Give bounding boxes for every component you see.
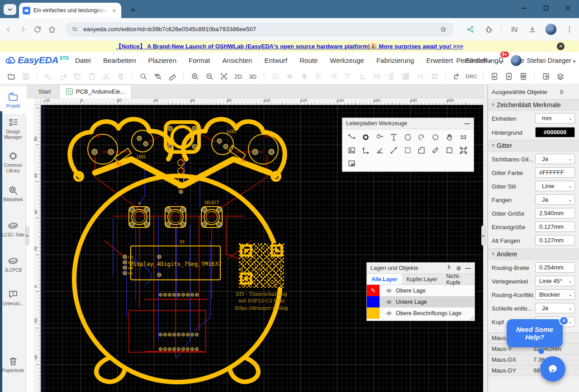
- menu-ansichten[interactable]: Ansichten: [223, 57, 252, 64]
- window-minimize-button[interactable]: [520, 4, 528, 14]
- tool-group-icon[interactable]: [457, 144, 470, 156]
- menu-erweitert[interactable]: Erweitert: [426, 57, 453, 64]
- gerber-file-icon[interactable]: G: [503, 71, 514, 82]
- view-3d-button[interactable]: 3D: [247, 71, 258, 82]
- distribute-vertical-icon[interactable]: [385, 71, 397, 82]
- tool-pad-icon[interactable]: [359, 131, 372, 143]
- tool-track-icon[interactable]: [345, 131, 358, 143]
- drc-button[interactable]: DRC: [466, 71, 477, 82]
- download-icon[interactable]: [527, 24, 538, 35]
- grid-array-icon[interactable]: [400, 71, 411, 82]
- alt-snap-input[interactable]: 0.127mm: [535, 235, 575, 246]
- open-project-icon[interactable]: [5, 71, 17, 82]
- zoom-out-icon[interactable]: [204, 71, 215, 82]
- menu-werkzeuge[interactable]: Werkzeuge: [330, 57, 364, 64]
- sidebar-item-common-library[interactable]: Common Library: [0, 151, 26, 173]
- search-icon[interactable]: [138, 71, 149, 82]
- layers-tab-copper[interactable]: Kupfer.Layer: [402, 274, 441, 284]
- personal-menu[interactable]: Persönlich ▾: [456, 57, 491, 64]
- pin-spacing-icon[interactable]: [414, 71, 426, 82]
- tool-text-icon[interactable]: [387, 131, 400, 143]
- schematic-back-icon[interactable]: [540, 71, 551, 82]
- sidebar-item-lcsc-teile[interactable]: LCSC LCSC-Teile: [0, 220, 26, 238]
- layers-panel-header[interactable]: Lagen und Objekte ⚙ —: [367, 263, 475, 274]
- tool-circle-icon[interactable]: [429, 131, 442, 143]
- layer-color-chip-top[interactable]: ✎: [367, 285, 380, 296]
- distribute-horizontal-icon[interactable]: [371, 71, 382, 82]
- align-right-icon[interactable]: [327, 71, 339, 82]
- layer-visibility-eye-icon[interactable]: [386, 299, 392, 305]
- tool-measure-icon[interactable]: [429, 144, 442, 156]
- user-menu[interactable]: Stefan Draeger ▾: [527, 57, 575, 64]
- back-icon[interactable]: [5, 24, 13, 35]
- easyeda-logo[interactable]: EasyEDA STD: [5, 55, 69, 66]
- routing-angle-select[interactable]: Linie 45°⌄: [535, 276, 575, 286]
- notifications-bell-icon[interactable]: 9+: [497, 56, 505, 66]
- new-tab-button[interactable]: [128, 5, 138, 15]
- background-color-swatch[interactable]: #000000: [535, 127, 575, 137]
- notice-close-icon[interactable]: ✕: [557, 43, 565, 50]
- section-andere[interactable]: Andere: [488, 248, 579, 260]
- pick-place-file-icon[interactable]: [517, 71, 529, 82]
- section-sheet[interactable]: Zeichenblatt Merkmale: [488, 99, 579, 111]
- sidebar-item-jlcpcb[interactable]: J∞LC JLCPCB: [0, 255, 26, 273]
- bookmark-star-icon[interactable]: [438, 24, 449, 35]
- layers-toolbar-icon[interactable]: [555, 71, 566, 82]
- browser-tab[interactable]: Ein einfaches und leistungsstar: [19, 3, 121, 18]
- tool-angle-icon[interactable]: [373, 144, 386, 156]
- share-icon[interactable]: [465, 24, 476, 35]
- window-close-button[interactable]: [564, 4, 572, 14]
- sidebar-item-bibliothek[interactable]: Bibliothek: [0, 185, 26, 203]
- layers-minimize-icon[interactable]: —: [465, 265, 471, 271]
- delete-icon[interactable]: [115, 71, 126, 82]
- menu-plazieren[interactable]: Plazieren: [148, 57, 176, 64]
- reload-icon[interactable]: [33, 24, 42, 35]
- layers-pin-icon[interactable]: [446, 264, 452, 272]
- mirror-horizontal-icon[interactable]: [284, 71, 295, 82]
- remove-loop-select[interactable]: Ja⌄: [535, 303, 575, 313]
- menu-bearbeiten[interactable]: Bearbeiten: [103, 57, 136, 64]
- layer-visibility-eye-icon[interactable]: [386, 310, 392, 316]
- tool-solid-region-icon[interactable]: [415, 144, 428, 156]
- menu-route[interactable]: Route: [299, 57, 318, 64]
- pcb-tools-panel-header[interactable]: Leiterplatten Werkzeuge —: [342, 118, 474, 129]
- tool-panelize-icon[interactable]: [345, 157, 358, 170]
- align-top-icon[interactable]: [342, 71, 353, 82]
- align-bottom-icon[interactable]: [356, 71, 368, 82]
- layers-resize-handle[interactable]: [470, 316, 474, 320]
- snap-size-input[interactable]: 0.127mm: [535, 222, 575, 232]
- browser-menu-icon[interactable]: [564, 24, 575, 35]
- snap-select[interactable]: Ja⌄: [535, 194, 575, 205]
- tool-select-region-icon[interactable]: [401, 144, 414, 156]
- menu-format[interactable]: Format: [189, 57, 210, 64]
- window-maximize-button[interactable]: [542, 4, 550, 14]
- layer-row-top[interactable]: ✎ Obere Lage: [367, 285, 475, 296]
- bom-file-icon[interactable]: B: [489, 71, 500, 82]
- tool-rect-icon[interactable]: [443, 144, 456, 156]
- tab-search-button[interactable]: [4, 4, 16, 15]
- pcb-tools-minimize-icon[interactable]: —: [465, 120, 470, 127]
- layer-visibility-eye-icon[interactable]: [386, 288, 392, 294]
- tool-arc-icon[interactable]: [401, 131, 414, 143]
- notice-link[interactable]: 【Notice】 A Brand-New Launch of OSHWLab (…: [116, 43, 463, 51]
- save-icon[interactable]: [20, 71, 31, 82]
- panel-collapse-handle[interactable]: ►: [481, 225, 486, 246]
- grid-size-input[interactable]: 2.540mm: [535, 208, 575, 218]
- tool-via-icon[interactable]: [373, 131, 386, 143]
- user-avatar[interactable]: [511, 55, 522, 66]
- align-left-icon[interactable]: [313, 71, 324, 82]
- undo-icon[interactable]: [43, 71, 54, 82]
- zoom-in-icon[interactable]: [189, 71, 200, 82]
- tool-keepout-icon[interactable]: [457, 131, 470, 143]
- layers-settings-icon[interactable]: ⚙: [456, 265, 461, 272]
- routing-width-input[interactable]: 0.254mm: [535, 262, 575, 273]
- layers-panel[interactable]: Lagen und Objekte ⚙ — Alle.Layer Kupfer.…: [366, 262, 475, 321]
- reading-list-icon[interactable]: [509, 24, 520, 35]
- tab-start[interactable]: Start: [32, 85, 57, 98]
- mirror-vertical-icon[interactable]: [299, 71, 310, 82]
- tool-arc-center-icon[interactable]: [415, 131, 428, 143]
- layer-color-chip-bottom[interactable]: [367, 296, 380, 307]
- grid-color-input[interactable]: #FFFFFF: [535, 167, 575, 178]
- measure-icon[interactable]: [166, 71, 178, 82]
- paste-icon[interactable]: [86, 71, 97, 82]
